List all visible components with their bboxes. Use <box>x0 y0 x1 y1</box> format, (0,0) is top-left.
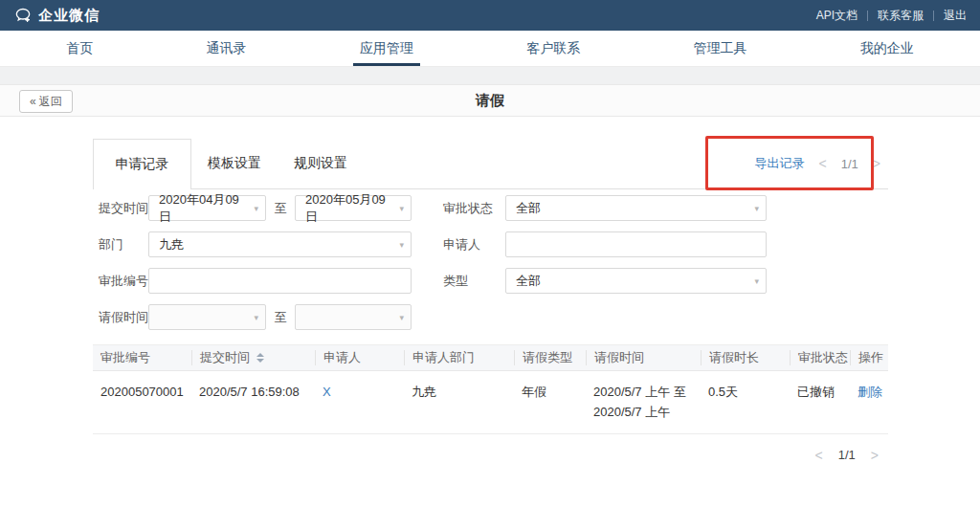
cell-submit-time: 2020/5/7 16:59:08 <box>191 382 315 422</box>
leave-time-line1: 2020/5/7 上午 至 <box>593 382 701 402</box>
cell-actions: 删除 <box>850 382 888 422</box>
export-records-link[interactable]: 导出记录 <box>755 155 805 172</box>
main-nav: 首页 通讯录 应用管理 客户联系 管理工具 我的企业 <box>0 31 980 67</box>
header-leave-time: 请假时间 <box>586 350 701 365</box>
submit-time-from-value: 2020年04月09日 <box>159 191 246 226</box>
department-select[interactable]: 九尭 ▾ <box>148 231 412 257</box>
header-applicant-department: 申请人部门 <box>404 350 514 365</box>
chevron-right-icon[interactable]: > <box>873 157 880 170</box>
brand: 企业微信 <box>13 6 100 25</box>
cell-approval-no: 202005070001 <box>93 382 191 422</box>
back-button-label: 返回 <box>39 94 62 110</box>
nav-item-my-company[interactable]: 我的企业 <box>855 31 920 66</box>
approval-no-group <box>148 268 412 294</box>
leave-time-to-select[interactable]: ▾ <box>295 304 412 330</box>
cell-leave-type: 年假 <box>514 382 586 422</box>
page-indicator: 1/1 <box>838 448 856 462</box>
cell-approval-status: 已撤销 <box>790 382 850 422</box>
type-value: 全部 <box>516 273 541 290</box>
tab-rule-settings[interactable]: 规则设置 <box>278 139 364 188</box>
nav-item-app-management[interactable]: 应用管理 <box>354 31 419 66</box>
nav-item-admin-tools[interactable]: 管理工具 <box>687 31 752 66</box>
table-row: 202005070001 2020/5/7 16:59:08 X 九尭 年假 2… <box>93 371 888 434</box>
spacer-band <box>0 67 980 84</box>
applicant-input[interactable] <box>505 231 767 257</box>
chevron-right-icon[interactable]: > <box>871 449 879 462</box>
submit-time-label: 提交时间 <box>99 200 148 217</box>
header-submit-time-label: 提交时间 <box>200 349 250 366</box>
tab-bar: 申请记录 模板设置 规则设置 导出记录 < 1/1 > <box>93 139 888 189</box>
cell-applicant: X <box>315 382 404 422</box>
divider <box>867 11 868 21</box>
content: 申请记录 模板设置 规则设置 导出记录 < 1/1 > 提交时间 2020年04… <box>93 139 888 462</box>
tab-application-records[interactable]: 申请记录 <box>93 139 191 189</box>
department-label: 部门 <box>99 236 148 253</box>
chevron-left-icon[interactable]: < <box>819 157 827 170</box>
leave-time-line2: 2020/5/7 上午 <box>593 402 701 422</box>
header-leave-type: 请假类型 <box>514 350 586 365</box>
double-chevron-left-icon: « <box>30 95 36 108</box>
chevron-down-icon: ▾ <box>754 276 759 286</box>
title-strip: « 返回 请假 <box>0 84 980 117</box>
bottom-pagination: < 1/1 > <box>93 448 888 462</box>
submit-time-to-value: 2020年05月09日 <box>305 191 391 226</box>
filter-row: 请假时间 ▾ 至 ▾ <box>93 304 888 330</box>
contact-support-link[interactable]: 联系客服 <box>878 8 924 24</box>
chevron-down-icon: ▾ <box>254 313 258 322</box>
approval-status-label: 审批状态 <box>443 200 505 217</box>
header-leave-duration: 请假时长 <box>701 350 790 365</box>
chevron-down-icon: ▾ <box>754 204 759 213</box>
page-indicator: 1/1 <box>841 157 858 171</box>
approval-no-input[interactable] <box>148 268 412 294</box>
to-label: 至 <box>266 309 295 326</box>
header-approval-status: 审批状态 <box>790 350 850 365</box>
to-label: 至 <box>266 200 295 217</box>
cell-applicant-department: 九尭 <box>404 382 514 422</box>
back-button[interactable]: « 返回 <box>19 90 73 113</box>
sort-icon[interactable] <box>256 353 264 363</box>
chevron-down-icon: ▾ <box>399 204 404 213</box>
department-value: 九尭 <box>159 236 184 253</box>
header-submit-time: 提交时间 <box>191 350 315 365</box>
submit-time-range: 2020年04月09日 ▾ 至 2020年05月09日 ▾ <box>148 195 412 221</box>
cell-leave-duration: 0.5天 <box>701 382 790 422</box>
header-approval-no: 审批编号 <box>93 349 191 366</box>
header-actions: 操作 <box>850 350 888 365</box>
applicant-link[interactable]: X <box>323 385 331 399</box>
applicant-label: 申请人 <box>443 236 505 253</box>
chevron-left-icon[interactable]: < <box>815 449 823 462</box>
chevron-down-icon: ▾ <box>399 240 404 250</box>
records-table: 审批编号 提交时间 申请人 申请人部门 请假类型 请假时间 请假时长 审批状态 … <box>93 344 888 434</box>
page: 企业微信 API文档 联系客服 退出 首页 通讯录 应用管理 客户联系 管理工具… <box>0 0 980 529</box>
tab-template-settings[interactable]: 模板设置 <box>191 139 278 188</box>
wechat-work-logo-icon <box>13 6 33 25</box>
approval-status-select[interactable]: 全部 ▾ <box>505 195 767 221</box>
topbar-links: API文档 联系客服 退出 <box>816 8 967 24</box>
divider <box>933 11 934 21</box>
table-header-row: 审批编号 提交时间 申请人 申请人部门 请假类型 请假时间 请假时长 审批状态 … <box>93 344 888 371</box>
brand-name: 企业微信 <box>38 7 100 25</box>
filter-panel: 提交时间 2020年04月09日 ▾ 至 2020年05月09日 ▾ 审批状态 … <box>93 195 888 330</box>
leave-time-label: 请假时间 <box>99 309 148 326</box>
leave-time-range: ▾ 至 ▾ <box>148 304 412 330</box>
approval-no-label: 审批编号 <box>99 273 148 290</box>
nav-item-customer-contact[interactable]: 客户联系 <box>521 31 586 66</box>
topbar: 企业微信 API文档 联系客服 退出 <box>0 0 980 31</box>
page-title: 请假 <box>0 92 980 110</box>
leave-time-from-select[interactable]: ▾ <box>148 304 266 330</box>
nav-item-contacts[interactable]: 通讯录 <box>200 31 252 66</box>
nav-item-home[interactable]: 首页 <box>60 31 99 66</box>
api-docs-link[interactable]: API文档 <box>816 8 858 24</box>
export-toolbar: 导出记录 < 1/1 > <box>755 139 888 188</box>
filter-row: 提交时间 2020年04月09日 ▾ 至 2020年05月09日 ▾ 审批状态 … <box>93 195 888 221</box>
cell-leave-time: 2020/5/7 上午 至 2020/5/7 上午 <box>586 382 701 422</box>
header-applicant: 申请人 <box>315 350 404 365</box>
chevron-down-icon: ▾ <box>399 313 404 322</box>
type-select[interactable]: 全部 ▾ <box>505 268 767 294</box>
logout-link[interactable]: 退出 <box>944 8 967 24</box>
filter-row: 审批编号 类型 全部 ▾ <box>93 268 888 294</box>
filter-row: 部门 九尭 ▾ 申请人 <box>93 231 888 257</box>
delete-link[interactable]: 删除 <box>858 385 882 399</box>
submit-time-to-select[interactable]: 2020年05月09日 ▾ <box>295 195 412 221</box>
submit-time-from-select[interactable]: 2020年04月09日 ▾ <box>148 195 266 221</box>
